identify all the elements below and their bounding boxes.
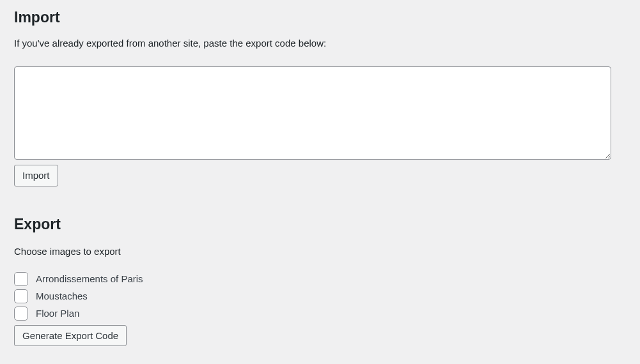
- export-item-label[interactable]: Floor Plan: [36, 308, 79, 319]
- export-section: Export Choose images to export Arrondiss…: [14, 216, 626, 347]
- export-item-row: Moustaches: [14, 289, 626, 303]
- export-item-row: Arrondissements of Paris: [14, 272, 626, 286]
- import-code-textarea[interactable]: [14, 66, 611, 160]
- import-heading: Import: [14, 9, 626, 26]
- export-heading: Export: [14, 216, 626, 233]
- import-section: Import If you've already exported from a…: [14, 9, 626, 186]
- generate-export-button[interactable]: Generate Export Code: [14, 325, 127, 347]
- export-checkbox-floorplan[interactable]: [14, 307, 28, 321]
- export-checkbox-moustaches[interactable]: [14, 289, 28, 303]
- export-item-label[interactable]: Arrondissements of Paris: [36, 273, 143, 284]
- import-button[interactable]: Import: [14, 165, 58, 186]
- export-item-row: Floor Plan: [14, 307, 626, 321]
- export-description: Choose images to export: [14, 246, 626, 257]
- export-checkbox-arrondissements[interactable]: [14, 272, 28, 286]
- import-description: If you've already exported from another …: [14, 38, 626, 49]
- export-item-label[interactable]: Moustaches: [36, 291, 88, 301]
